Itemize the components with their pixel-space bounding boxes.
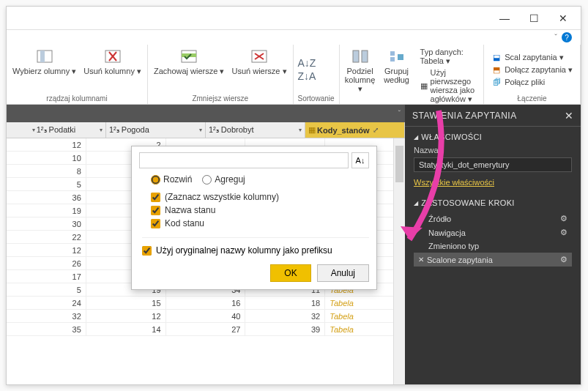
expand-cb-state-code[interactable] (151, 219, 160, 228)
table-cell: 30 (7, 217, 86, 231)
step-source[interactable]: Źródło⚙ (414, 212, 572, 226)
expand-search-input[interactable] (139, 152, 349, 168)
svg-rect-11 (362, 51, 368, 62)
svg-rect-13 (390, 57, 395, 62)
sort-group-label: Sortowanie (298, 93, 335, 104)
expand-sort-button[interactable]: A↓ (351, 152, 369, 168)
table-cell: 32 (245, 310, 325, 323)
table-cell: 12 (86, 310, 166, 323)
table-cell: 27 (166, 323, 246, 336)
table-row[interactable]: 35142739Tabela (7, 323, 405, 336)
delete-step-icon[interactable]: ✕ (418, 256, 424, 264)
combine-group-label: Łączenie (488, 93, 576, 104)
table-cell: 5 (7, 178, 86, 191)
svg-rect-1 (40, 51, 45, 62)
expand-cancel-button[interactable]: Anuluj (317, 264, 369, 282)
table-cell: 39 (245, 323, 325, 336)
column-header-pogoda[interactable]: 1²₃ Pogoda▾ (106, 122, 206, 138)
table-cell: 14 (86, 323, 166, 336)
expand-ok-button[interactable]: OK (270, 264, 310, 282)
properties-section-title[interactable]: ◢WŁAŚCIWOŚCI (414, 133, 572, 141)
table-cell: 26 (7, 257, 86, 270)
caret-down-icon[interactable]: ˇ (554, 33, 557, 42)
append-queries-button[interactable]: ⬒ Dołącz zapytania ▾ (491, 64, 573, 75)
data-preview: ˇ ▾1²₃ Podatki▾ 1²₃ Pogoda▾ 1²₃ Dobrobyt… (7, 105, 405, 384)
table-cell: 22 (7, 231, 86, 244)
table-row[interactable]: 24151618Tabela (7, 297, 405, 310)
window-minimize-button[interactable]: — (490, 8, 519, 29)
table-icon: ▦ (308, 125, 316, 135)
svg-rect-10 (353, 51, 359, 62)
window-close-button[interactable]: ✕ (548, 8, 578, 29)
ribbon: Wybierz olumny ▾ Usuń kolumny ▾ rządzaj … (7, 45, 581, 105)
table-cell: 10 (7, 152, 86, 165)
column-header-kody-stanow[interactable]: ▦ Kody_stanów ⤢ (305, 122, 405, 138)
table-cell: 36 (7, 191, 86, 204)
gear-icon[interactable]: ⚙ (560, 255, 567, 264)
table-row[interactable]: 32124032Tabela (7, 310, 405, 323)
expand-column-popup: A↓ Rozwiń Agreguj (Zaznacz wszystkie kol… (131, 146, 377, 290)
table-cell: 19 (7, 204, 86, 217)
table-cell: 40 (166, 310, 246, 323)
step-changed-type[interactable]: Zmieniono typ (414, 239, 572, 253)
remove-rows-button[interactable]: Usuń wiersze ▾ (230, 46, 288, 93)
panel-close-button[interactable]: ✕ (565, 110, 574, 122)
append-icon: ⬒ (491, 64, 502, 75)
svg-rect-12 (390, 51, 395, 56)
table-cell: 8 (7, 165, 86, 178)
table-header-icon: ▦ (420, 81, 428, 92)
name-label: Nazwa (414, 146, 572, 154)
combine-files-button[interactable]: 🗐 Połącz pliki (491, 77, 573, 87)
data-type-dropdown[interactable]: Typ danych: Tabela ▾ (420, 48, 477, 66)
table-cell: 15 (86, 297, 166, 310)
merge-queries-button[interactable]: ⬓ Scal zapytania ▾ (491, 52, 573, 62)
svg-rect-14 (398, 54, 403, 60)
gear-icon[interactable]: ⚙ (560, 214, 567, 223)
table-cell: 35 (7, 323, 86, 336)
sort-asc-button[interactable]: A↓Z (298, 57, 335, 69)
applied-steps-section-title[interactable]: ◢ZASTOSOWANE KROKI (414, 198, 572, 207)
expand-cb-use-prefix[interactable] (142, 246, 152, 256)
panel-title: STAWIENIA ZAPYTANIA (412, 111, 517, 121)
choose-columns-button[interactable]: Wybierz olumny ▾ (11, 46, 78, 93)
help-icon[interactable]: ? (562, 32, 572, 42)
column-header-dobrobyt[interactable]: 1²₃ Dobrobyt▾ (206, 122, 305, 138)
table-cell: 17 (7, 270, 86, 283)
table-cell: 12 (7, 244, 86, 257)
query-settings-panel: STAWIENIA ZAPYTANIA ✕ ◢WŁAŚCIWOŚCI Nazwa… (405, 105, 581, 384)
combine-files-icon: 🗐 (491, 77, 502, 87)
table-cell: 24 (7, 297, 86, 310)
remove-columns-button[interactable]: Usuń kolumny ▾ (82, 46, 143, 93)
all-properties-link[interactable]: Wszystkie właściwości (414, 178, 494, 187)
step-navigation[interactable]: Nawigacja⚙ (414, 226, 572, 239)
expand-cb-select-all[interactable] (151, 193, 160, 202)
expand-cb-state-name[interactable] (151, 206, 160, 215)
table-cell: 12 (7, 138, 86, 152)
vertical-scrollbar[interactable] (393, 138, 405, 384)
reduce-rows-group-label: Zmniejsz wiersze (152, 93, 289, 104)
table-cell: 18 (245, 297, 325, 310)
column-header-podatki[interactable]: ▾1²₃ Podatki▾ (7, 122, 106, 138)
sort-desc-button[interactable]: Z↓A (298, 70, 335, 82)
table-cell: 32 (7, 310, 86, 323)
expand-column-icon[interactable]: ⤢ (373, 126, 379, 134)
query-name-input[interactable]: Statystyki_dot_emerytury (414, 157, 572, 172)
use-first-row-headers-button[interactable]: ▦ Użyj pierwszego wiersza jako agłówków … (420, 68, 477, 104)
merge-icon: ⬓ (491, 52, 502, 62)
table-cell: 5 (7, 283, 86, 297)
window-maximize-button[interactable]: ☐ (519, 8, 548, 29)
gear-icon[interactable]: ⚙ (560, 228, 567, 237)
step-merged-queries[interactable]: ✕Scalone zapytania⚙ (414, 253, 572, 267)
keep-rows-button[interactable]: Zachowaj wiersze ▾ (152, 46, 226, 93)
formula-bar-caret[interactable]: ˇ (398, 110, 401, 118)
manage-columns-group-label: rządzaj kolumnami (11, 93, 143, 104)
expand-radio-expand[interactable]: Rozwiń (151, 174, 192, 185)
table-cell: 16 (166, 297, 246, 310)
expand-radio-aggregate[interactable]: Agreguj (202, 174, 245, 185)
